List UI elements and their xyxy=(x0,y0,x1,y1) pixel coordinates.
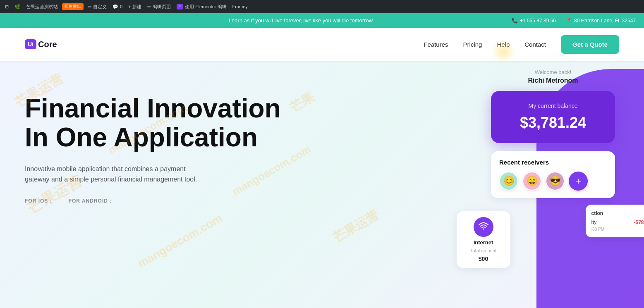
comments-link[interactable]: 💬 0 xyxy=(111,4,124,10)
nav-contact[interactable]: Contact xyxy=(524,41,546,48)
phone-icon: 📞 xyxy=(512,18,518,24)
avatar-3[interactable]: 😎 xyxy=(546,172,565,191)
edit-link[interactable]: ✏ 编辑页面 xyxy=(146,4,172,10)
app-mockup: Welcome back! Richi Metronom My current … xyxy=(462,61,644,308)
transaction-item-label: ity xyxy=(591,220,597,225)
wp-logo[interactable]: ⊞ xyxy=(3,4,10,10)
svg-point-0 xyxy=(483,229,484,230)
pencil-icon: ✏ xyxy=(88,4,91,10)
main-nav: Features Pricing Help Contact Get a Quot… xyxy=(424,35,619,54)
header: Ui Core Features Pricing Help Contact Ge… xyxy=(0,28,644,61)
hero-subtitle: Innovative mobile application that combi… xyxy=(25,164,207,185)
android-label: FOR ANDROID : xyxy=(69,198,112,204)
balance-label: My current balance xyxy=(506,103,600,109)
watermark-4: mangoecom.com xyxy=(135,212,224,271)
internet-card: Internet Total amount $00 xyxy=(457,211,510,268)
bottom-cards: Internet Total amount $00 ction ity -$78… xyxy=(457,205,644,268)
announcement-text: Learn as if you will live forever, live … xyxy=(91,17,512,24)
app-welcome: Welcome back! xyxy=(535,69,572,75)
location-icon: 📍 xyxy=(566,18,572,24)
recent-avatars: 😊 😄 😎 + xyxy=(499,172,607,191)
logo[interactable]: Ui Core xyxy=(25,39,57,49)
android-cta: FOR ANDROID : xyxy=(69,198,112,204)
balance-amount: $3,781.24 xyxy=(506,114,600,131)
phone-info: 📞 +1 555 87 89 56 xyxy=(512,18,556,24)
recent-title: Recent receivers xyxy=(499,159,607,166)
wifi-icon xyxy=(474,217,493,237)
total-amount-label: Total amount xyxy=(470,248,496,253)
nav-features[interactable]: Features xyxy=(424,41,448,48)
framey-link[interactable]: Framey xyxy=(231,4,249,9)
announcement-banner: Learn as if you will live forever, live … xyxy=(0,13,644,28)
hero-section: 芒果运营 mangoecom.com 芒果运营 mangoecom.com 芒果… xyxy=(0,61,644,308)
logo-text: Core xyxy=(38,40,57,49)
hero-cta-group: FOR IOS : FOR ANDROID : xyxy=(25,198,290,204)
transaction-amount: -$78 xyxy=(634,220,644,225)
app-username: Richi Metronom xyxy=(528,77,578,84)
transaction-card: ction ity -$78 :00 PM xyxy=(586,205,644,237)
nav-pricing[interactable]: Pricing xyxy=(463,41,482,48)
nav-help[interactable]: Help xyxy=(497,41,510,48)
elementor-link[interactable]: E 使用 Elementor 编辑 xyxy=(175,4,228,10)
watermark-7: 芒果运营 xyxy=(330,207,381,246)
hero-title: Financial Innovation In One Application xyxy=(25,94,290,152)
site-name[interactable]: 芒果运营测试站 xyxy=(24,4,60,10)
recent-receivers-card: Recent receivers 😊 😄 😎 + xyxy=(491,151,615,198)
hero-content: Financial Innovation In One Application … xyxy=(25,86,290,204)
new-link[interactable]: + 新建 xyxy=(127,4,143,10)
ios-label: FOR IOS : xyxy=(25,198,52,204)
admin-bar: ⊞ 🌿 芒果运营测试站 即将推出 ✏ 自定义 💬 0 + 新建 ✏ 编辑页面 E… xyxy=(0,0,644,13)
elementor-badge: E xyxy=(177,4,184,10)
app-card-wrapper: Welcome back! Richi Metronom My current … xyxy=(457,69,644,268)
balance-card: My current balance $3,781.24 xyxy=(491,91,615,143)
contact-info: 📞 +1 555 87 89 56 📍 80 Harrison Lane, FL… xyxy=(512,18,636,24)
get-quote-button[interactable]: Get a Quote xyxy=(561,35,619,54)
wp-icon: ⊞ xyxy=(5,4,9,10)
watermark-5: 芒果 xyxy=(287,89,317,116)
edit-icon: ✏ xyxy=(147,4,151,10)
total-amount: $00 xyxy=(479,255,488,262)
transaction-time: :00 PM xyxy=(591,227,644,232)
transaction-section-title: ction xyxy=(591,210,644,216)
customize-link[interactable]: ✏ 自定义 xyxy=(86,4,108,10)
add-receiver-button[interactable]: + xyxy=(569,172,588,191)
comment-icon: 💬 xyxy=(113,4,118,10)
address-info: 📍 80 Harrison Lane, FL 32547 xyxy=(566,18,636,24)
avatar-1[interactable]: 😊 xyxy=(499,172,518,191)
coming-soon-badge: 即将推出 xyxy=(62,3,84,10)
transaction-row: ity -$78 xyxy=(591,220,644,225)
internet-label: Internet xyxy=(474,239,493,246)
site-icon: 🌿 xyxy=(13,4,22,10)
ios-cta: FOR IOS : xyxy=(25,198,52,204)
logo-box: Ui xyxy=(25,39,36,49)
avatar-2[interactable]: 😄 xyxy=(522,172,541,191)
